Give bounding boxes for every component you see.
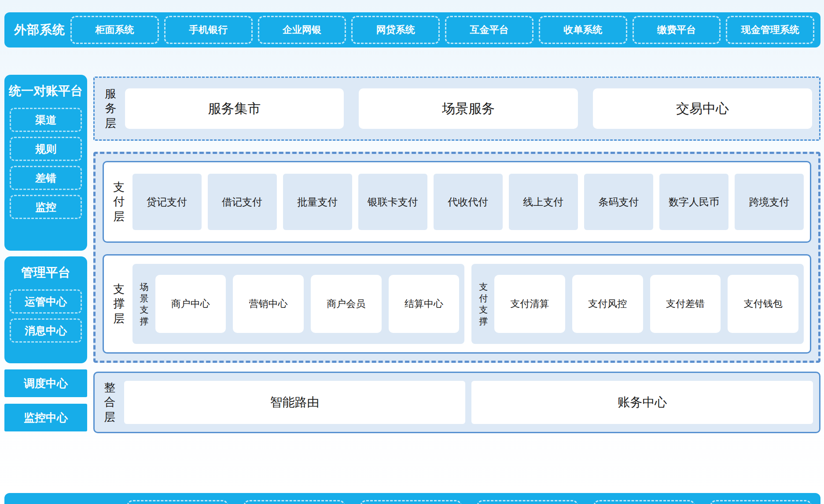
external-item-corporate-ebank: 企业网银 bbox=[258, 16, 346, 44]
integration-item-smart-routing: 智能路由 bbox=[124, 381, 466, 424]
middle-section: 统一对账平台 渠道 规则 差错 监控 管理平台 运管中心 消息中心 调度中心 监… bbox=[4, 64, 820, 481]
reconciliation-item-errors: 差错 bbox=[10, 166, 82, 190]
external-item-online-loan: 网贷系统 bbox=[351, 16, 440, 44]
channel-item-third-party-payment: 三方支付公司 bbox=[127, 500, 228, 504]
integration-item-accounting-center: 账务中心 bbox=[471, 381, 813, 424]
payment-item-barcode-pay: 条码支付 bbox=[584, 174, 653, 230]
scheduling-center-block: 调度中心 bbox=[4, 369, 87, 397]
support-item-settlement-center: 结算中心 bbox=[389, 275, 460, 333]
main-layers: 服务层 服务集市 场景服务 交易中心 支付层 贷记支付 借记支付 批量支付 银联… bbox=[93, 64, 820, 481]
payment-support-panel: 支付支撑 支付清算 支付风控 支付差错 支付钱包 bbox=[471, 264, 804, 344]
scenario-support-items: 商户中心 营销中心 商户会员 结算中心 bbox=[155, 275, 460, 333]
management-platform-title: 管理平台 bbox=[8, 260, 84, 285]
payment-item-cross-border-pay: 跨境支付 bbox=[735, 174, 804, 230]
support-item-merchant-member: 商户会员 bbox=[311, 275, 382, 333]
support-item-payment-clearing: 支付清算 bbox=[494, 275, 565, 333]
channel-item-unionpay: 银联 bbox=[477, 500, 578, 504]
external-item-internet-finance: 互金平台 bbox=[445, 16, 533, 44]
channel-item-internet-payment: 互联网支付 bbox=[593, 500, 695, 504]
integration-layer-items: 智能路由 账务中心 bbox=[124, 381, 813, 424]
payment-item-unionpay-card: 银联卡支付 bbox=[358, 174, 427, 230]
payment-item-digital-rmb: 数字人民币 bbox=[659, 174, 728, 230]
scenario-support-panel: 场景支撑 商户中心 营销中心 商户会员 结算中心 bbox=[132, 264, 465, 344]
service-item-transaction-center: 交易中心 bbox=[593, 88, 812, 129]
external-item-acquiring: 收单系统 bbox=[539, 16, 627, 44]
payment-item-batch-pay: 批量支付 bbox=[283, 174, 352, 230]
payment-item-credit-pay: 贷记支付 bbox=[132, 174, 202, 230]
management-item-operations-center: 运管中心 bbox=[10, 289, 82, 314]
payment-layer-items: 贷记支付 借记支付 批量支付 银联卡支付 代收代付 线上支付 条码支付 数字人民… bbox=[132, 174, 804, 230]
reconciliation-item-rules: 规则 bbox=[10, 137, 82, 161]
channel-item-city-bank-clearing: 城银清算 bbox=[710, 500, 812, 504]
payment-support-label: 支付支撑 bbox=[478, 281, 489, 327]
payment-item-online-pay: 线上支付 bbox=[509, 174, 578, 230]
support-layer-label: 支撑层 bbox=[112, 282, 126, 326]
support-item-payment-errors: 支付差错 bbox=[650, 275, 721, 333]
payment-item-collection-payment: 代收代付 bbox=[434, 174, 503, 230]
payment-support-container: 支付层 贷记支付 借记支付 批量支付 银联卡支付 代收代付 线上支付 条码支付 … bbox=[93, 152, 820, 363]
service-layer: 服务层 服务集市 场景服务 交易中心 bbox=[93, 77, 820, 141]
architecture-diagram: 外部系统 柜面系统 手机银行 企业网银 网贷系统 互金平台 收单系统 缴费平台 … bbox=[0, 0, 824, 504]
service-item-service-market: 服务集市 bbox=[125, 88, 344, 129]
support-item-payment-wallet: 支付钱包 bbox=[728, 275, 798, 333]
channel-item-pboc: 人行 bbox=[243, 500, 345, 504]
payment-support-items: 支付清算 支付风控 支付差错 支付钱包 bbox=[494, 275, 798, 333]
payment-layer-label: 支付层 bbox=[112, 180, 126, 224]
monitoring-center-block: 监控中心 bbox=[4, 404, 87, 431]
scenario-support-label: 场景支撑 bbox=[139, 281, 150, 327]
integration-layer: 整合层 智能路由 账务中心 bbox=[93, 372, 820, 433]
payment-layer: 支付层 贷记支付 借记支付 批量支付 银联卡支付 代收代付 线上支付 条码支付 … bbox=[103, 161, 811, 243]
payment-item-debit-pay: 借记支付 bbox=[208, 174, 277, 230]
left-sidebar: 统一对账平台 渠道 规则 差错 监控 管理平台 运管中心 消息中心 调度中心 监… bbox=[4, 64, 87, 481]
service-item-scenario-service: 场景服务 bbox=[359, 88, 578, 129]
external-item-bill-payment: 缴费平台 bbox=[633, 16, 721, 44]
support-layer: 支撑层 场景支撑 商户中心 营销中心 商户会员 结算中心 bbox=[103, 254, 811, 354]
management-item-message-center: 消息中心 bbox=[10, 318, 82, 343]
support-layer-groups: 场景支撑 商户中心 营销中心 商户会员 结算中心 支付支撑 支付清算 bbox=[132, 264, 804, 344]
external-systems-title: 外部系统 bbox=[14, 22, 70, 38]
external-systems-items: 柜面系统 手机银行 企业网银 网贷系统 互金平台 收单系统 缴费平台 现金管理系… bbox=[70, 16, 814, 44]
reconciliation-item-channel: 渠道 bbox=[10, 108, 82, 132]
service-layer-items: 服务集市 场景服务 交易中心 bbox=[125, 88, 813, 129]
integration-layer-label: 整合层 bbox=[103, 380, 117, 424]
service-layer-label: 服务层 bbox=[103, 87, 118, 131]
payment-channels-bar: 支付渠道 三方支付公司 人行 农信银 银联 互联网支付 城银清算 bbox=[4, 493, 820, 504]
external-item-mobile-banking: 手机银行 bbox=[164, 16, 253, 44]
support-item-marketing-center: 营销中心 bbox=[233, 275, 304, 333]
support-item-merchant-center: 商户中心 bbox=[155, 275, 226, 333]
reconciliation-platform-title: 统一对账平台 bbox=[8, 78, 84, 103]
payment-channels-items: 三方支付公司 人行 农信银 银联 互联网支付 城银清算 bbox=[127, 500, 812, 504]
support-item-payment-risk-control: 支付风控 bbox=[572, 275, 643, 333]
management-platform-block: 管理平台 运管中心 消息中心 bbox=[4, 256, 87, 363]
external-systems-bar: 外部系统 柜面系统 手机银行 企业网银 网贷系统 互金平台 收单系统 缴费平台 … bbox=[4, 12, 820, 47]
channel-item-rural-credit-bank: 农信银 bbox=[360, 500, 462, 504]
reconciliation-platform-block: 统一对账平台 渠道 规则 差错 监控 bbox=[4, 75, 87, 251]
external-item-counter-system: 柜面系统 bbox=[70, 16, 159, 44]
external-item-cash-management: 现金管理系统 bbox=[726, 16, 814, 44]
reconciliation-item-monitoring: 监控 bbox=[10, 195, 82, 219]
